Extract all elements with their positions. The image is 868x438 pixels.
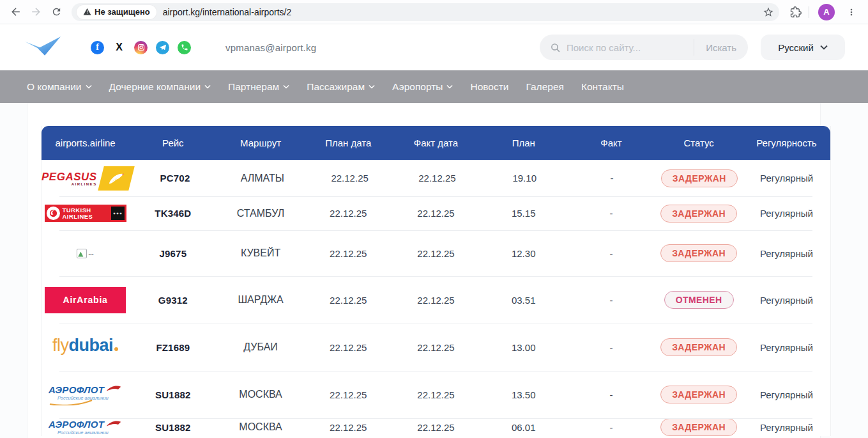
url-text[interactable]: airport.kg/international-airports/2 bbox=[163, 7, 763, 17]
col-header-fact-date: Факт дата bbox=[392, 137, 480, 148]
flight-number: J9675 bbox=[129, 248, 217, 259]
airline-logo-aeroflot: АЭРОФЛОТ Российские авиалинии bbox=[42, 419, 129, 435]
col-header-airline: airports.airline bbox=[42, 137, 129, 148]
fact-date: 22.12.25 bbox=[393, 173, 481, 184]
route: ШАРДЖА bbox=[217, 294, 304, 306]
site-security-chip[interactable]: Не защищено bbox=[77, 5, 156, 19]
nav-item-partners[interactable]: Партнерам bbox=[228, 81, 289, 93]
chevron-down-icon bbox=[283, 84, 289, 89]
col-header-fact: Факт bbox=[567, 137, 655, 148]
route: МОСКВА bbox=[217, 389, 304, 400]
address-bar[interactable]: Не защищено airport.kg/international-air… bbox=[72, 3, 779, 21]
nav-item-gallery[interactable]: Галерея bbox=[526, 81, 563, 93]
browser-reload-button[interactable] bbox=[46, 2, 66, 22]
site-search[interactable]: Искать bbox=[540, 35, 748, 60]
fact-time: - bbox=[568, 173, 656, 184]
status-cell: ЗАДЕРЖАН bbox=[655, 244, 743, 262]
facebook-icon[interactable]: f bbox=[91, 41, 104, 54]
status-cell: ЗАДЕРЖАН bbox=[655, 386, 743, 403]
nav-item-news[interactable]: Новости bbox=[470, 81, 508, 93]
main-navigation: О компании Дочерние компании Партнерам П… bbox=[0, 70, 868, 103]
broken-image-icon bbox=[77, 249, 87, 258]
browser-forward-button[interactable] bbox=[26, 2, 46, 22]
three-dots-menu-icon bbox=[846, 7, 857, 17]
whatsapp-phone-glyph bbox=[181, 43, 188, 51]
bird-logo-icon bbox=[23, 34, 63, 58]
plan-time: 03.51 bbox=[480, 295, 567, 306]
col-header-route: Маршрут bbox=[217, 137, 304, 148]
airline-logo-missing: -- bbox=[42, 249, 129, 258]
nav-item-company[interactable]: О компании bbox=[27, 81, 92, 93]
browser-menu-button[interactable] bbox=[841, 2, 862, 22]
site-header: f X vpmanas@airport.kg Искать Русский bbox=[0, 24, 868, 70]
search-icon bbox=[550, 42, 561, 53]
aeroflot-flag-icon bbox=[105, 419, 122, 430]
language-selector[interactable]: Русский bbox=[761, 35, 845, 60]
table-row: PEGASUS AIRLINES PC702 АЛМАТЫ 22.12.25 2… bbox=[42, 160, 830, 196]
browser-back-button[interactable] bbox=[5, 2, 26, 22]
col-header-flight: Рейс bbox=[129, 137, 217, 148]
col-header-plan-date: План дата bbox=[305, 137, 392, 148]
plan-date: 22.12.25 bbox=[305, 342, 392, 353]
plan-time: 13.00 bbox=[480, 342, 567, 353]
whatsapp-icon[interactable] bbox=[178, 41, 191, 54]
aeroflot-flag-icon bbox=[105, 384, 122, 395]
browser-toolbar: Не защищено airport.kg/international-air… bbox=[0, 0, 868, 24]
instagram-icon[interactable] bbox=[134, 41, 148, 54]
regularity: Регулярный bbox=[743, 342, 830, 353]
status-badge: ЗАДЕРЖАН bbox=[660, 244, 737, 262]
regularity: Регулярный bbox=[743, 173, 830, 184]
fact-time: - bbox=[567, 208, 655, 219]
bookmark-star-icon[interactable] bbox=[763, 6, 774, 18]
plan-date: 22.12.25 bbox=[305, 422, 392, 433]
flight-number: SU1882 bbox=[129, 422, 217, 433]
manas-airport-logo[interactable] bbox=[23, 34, 65, 61]
col-header-status: Статус bbox=[655, 137, 743, 148]
profile-avatar[interactable]: A bbox=[818, 4, 835, 20]
back-arrow-icon bbox=[10, 6, 22, 18]
contact-email[interactable]: vpmanas@airport.kg bbox=[225, 42, 316, 53]
flight-number: G9312 bbox=[129, 295, 217, 306]
warning-triangle-icon bbox=[83, 8, 91, 16]
star-alliance-icon: ✶✶✶ bbox=[111, 207, 125, 220]
plan-date: 22.12.25 bbox=[305, 248, 392, 259]
plan-date: 22.12.25 bbox=[305, 208, 392, 219]
regularity: Регулярный bbox=[743, 248, 830, 259]
container-border-left bbox=[27, 103, 27, 438]
aeroflot-swoosh-icon bbox=[49, 400, 93, 405]
language-selected: Русский bbox=[778, 42, 814, 53]
regularity: Регулярный bbox=[743, 389, 830, 400]
chevron-down-icon bbox=[446, 84, 453, 89]
plan-date: 22.12.25 bbox=[306, 173, 393, 184]
status-cell: ЗАДЕРЖАН bbox=[655, 169, 743, 187]
search-input[interactable] bbox=[567, 42, 694, 53]
search-submit-button[interactable]: Искать bbox=[697, 37, 745, 58]
extensions-puzzle-icon bbox=[790, 6, 802, 18]
status-badge: ОТМЕНЕН bbox=[664, 291, 734, 309]
reload-icon bbox=[51, 6, 62, 17]
table-row: AirArabia G9312 ШАРДЖА 22.12.25 22.12.25… bbox=[42, 276, 830, 324]
telegram-icon[interactable] bbox=[156, 41, 169, 54]
nav-item-subsidiaries[interactable]: Дочерние компании bbox=[109, 81, 211, 93]
extensions-button[interactable] bbox=[786, 2, 806, 22]
broken-image-alt-text: -- bbox=[88, 249, 94, 258]
fact-date: 22.12.25 bbox=[392, 295, 480, 306]
table-row: АЭРОФЛОТ Российские авиалинии SU1882 МОС… bbox=[42, 371, 830, 418]
flydubai-dot bbox=[114, 347, 118, 351]
plan-time: 15.15 bbox=[480, 208, 567, 219]
airline-logo-airarabia: AirArabia bbox=[42, 287, 129, 313]
toolbar-divider bbox=[809, 6, 809, 18]
regularity: Регулярный bbox=[743, 295, 830, 306]
table-row: -- J9675 КУВЕЙТ 22.12.25 22.12.25 12.30 … bbox=[42, 230, 830, 276]
nav-item-airports[interactable]: Аэропорты bbox=[392, 81, 453, 93]
status-badge: ЗАДЕРЖАН bbox=[661, 169, 738, 187]
nav-item-passengers[interactable]: Пассажирам bbox=[307, 81, 375, 93]
nav-item-contacts[interactable]: Контакты bbox=[581, 81, 624, 93]
status-badge: ЗАДЕРЖАН bbox=[660, 205, 737, 223]
page-margin-left bbox=[0, 103, 27, 438]
airline-logo-turkish: TURKISHAIRLINES ✶✶✶ bbox=[42, 205, 129, 222]
status-cell: ЗАДЕРЖАН bbox=[655, 338, 743, 356]
fact-time: - bbox=[567, 389, 655, 400]
x-twitter-icon[interactable]: X bbox=[112, 41, 126, 54]
fact-time: - bbox=[567, 295, 655, 306]
